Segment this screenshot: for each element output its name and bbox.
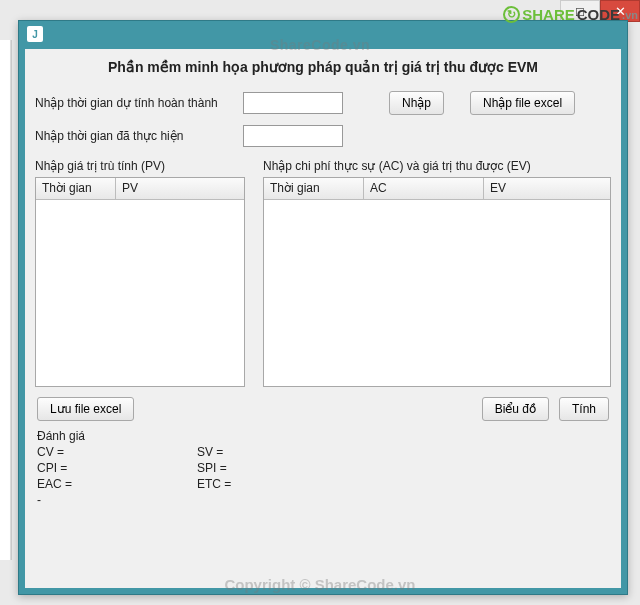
input-estimated-time[interactable] [243,92,343,114]
import-excel-button[interactable]: Nhập file excel [470,91,575,115]
outer-window-controls: □ ✕ [560,0,640,22]
etc-label: ETC = [197,477,357,491]
extra-label: - [37,493,197,507]
page-title: Phần mềm minh họa phương pháp quản trị g… [25,49,621,89]
acev-col-ac[interactable]: AC [364,178,484,200]
java-app-window: J Phần mềm minh họa phương pháp quản trị… [18,20,628,595]
pv-table[interactable]: Thời gian PV [35,177,245,387]
java-icon: J [27,26,43,42]
acev-col-time[interactable]: Thời gian [264,178,364,200]
pv-table-header: Thời gian PV [36,178,244,200]
label-estimated-time: Nhập thời gian dự tính hoàn thành [35,96,235,110]
pv-col-time[interactable]: Thời gian [36,178,116,200]
background-vertical-strip [0,40,12,560]
window-titlebar[interactable]: J [19,21,627,47]
acev-table-body[interactable] [264,200,610,386]
maximize-icon: □ [576,4,584,19]
eac-label: EAC = [37,477,197,491]
evaluation-title: Đánh giá [37,427,609,445]
input-actual-time[interactable] [243,125,343,147]
acev-table-caption: Nhập chi phí thực sự (AC) và giá trị thu… [263,155,611,177]
cpi-label: CPI = [37,461,197,475]
acev-col-ev[interactable]: EV [484,178,610,200]
outer-maximize-button[interactable]: □ [560,0,600,22]
cv-label: CV = [37,445,197,459]
window-client-area: Phần mềm minh họa phương pháp quản trị g… [25,49,621,588]
calc-button[interactable]: Tính [559,397,609,421]
outer-close-button[interactable]: ✕ [600,0,640,22]
pv-table-body[interactable] [36,200,244,386]
acev-table-header: Thời gian AC EV [264,178,610,200]
enter-button[interactable]: Nhập [389,91,444,115]
pv-table-caption: Nhập giá trị trù tính (PV) [35,155,245,177]
close-icon: ✕ [615,4,626,19]
pv-col-pv[interactable]: PV [116,178,244,200]
spi-label: SPI = [197,461,357,475]
label-actual-time: Nhập thời gian đã thực hiện [35,129,235,143]
acev-table[interactable]: Thời gian AC EV [263,177,611,387]
chart-button[interactable]: Biểu đồ [482,397,549,421]
sv-label: SV = [197,445,357,459]
save-excel-button[interactable]: Lưu file excel [37,397,134,421]
